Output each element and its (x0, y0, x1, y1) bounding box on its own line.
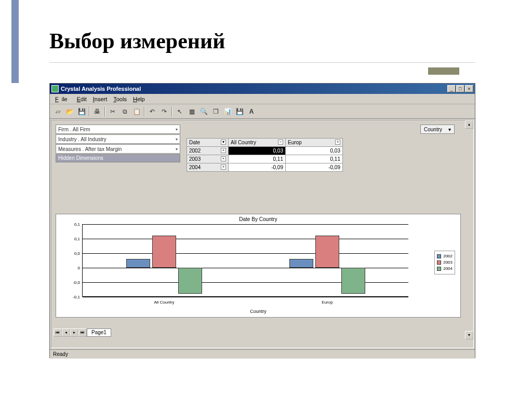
column-date[interactable]: Date▾ (187, 139, 229, 147)
table-row: 2004+ -0,09 -0,09 (187, 163, 343, 172)
close-button[interactable]: × (465, 85, 473, 92)
expand-icon[interactable]: + (221, 148, 226, 153)
first-page-button[interactable]: ⏮ (54, 328, 62, 337)
country-dimension[interactable]: Country▾ (420, 125, 455, 134)
cell-value[interactable]: 0,11 (229, 155, 286, 163)
redo-icon[interactable]: ↷ (158, 106, 170, 117)
legend-item: 2002 (437, 253, 453, 259)
row-year[interactable]: 2003+ (187, 155, 229, 163)
undo-icon[interactable]: ↶ (147, 106, 158, 117)
dimension-firm[interactable]: Firm . All Firm▾ (56, 125, 180, 134)
pointer-icon[interactable]: ↖ (174, 106, 185, 117)
chevron-down-icon[interactable]: ▾ (221, 140, 226, 145)
menubar: File Edit Insert Tools Help (50, 94, 475, 104)
cell-value[interactable]: 0,11 (286, 155, 343, 163)
slide-title: Выбор измерений (49, 29, 225, 53)
chart-title: Date By Country (56, 214, 460, 224)
statusbar: Ready (50, 349, 475, 359)
legend-label: 2002 (443, 253, 453, 259)
y-tick-label: 0 (64, 266, 80, 270)
dimension-industry[interactable]: Industry . All Industry▾ (56, 134, 180, 144)
expand-icon[interactable]: + (221, 156, 226, 161)
accent-left (11, 0, 19, 83)
x-tick-label: Europ (322, 300, 332, 305)
minimize-button[interactable]: _ (447, 85, 456, 92)
y-tick-label: 0,1 (64, 222, 80, 227)
scroll-down-icon[interactable]: ▾ (465, 331, 473, 339)
hidden-dimensions[interactable]: Hidden Dimensions (56, 154, 180, 162)
grid-icon[interactable]: ▦ (186, 106, 197, 117)
expand-icon[interactable]: + (221, 164, 226, 170)
chart-bar (126, 259, 150, 268)
save-icon[interactable]: 💾 (76, 106, 87, 117)
prev-page-button[interactable]: ◂ (62, 328, 70, 337)
page-tab[interactable]: Page1 (87, 328, 111, 337)
legend-label: 2003 (443, 259, 453, 266)
next-page-button[interactable]: ▸ (70, 328, 78, 337)
row-year[interactable]: 2004+ (187, 163, 229, 172)
expand-icon[interactable]: + (335, 140, 340, 145)
last-page-button[interactable]: ⏭ (78, 328, 87, 337)
gridline (83, 253, 408, 254)
copy-icon[interactable]: ⧉ (119, 106, 130, 117)
chart-legend: 200220032004 (434, 251, 455, 275)
new-icon[interactable]: ▱ (52, 106, 63, 117)
scroll-up-icon[interactable]: ▴ (465, 120, 473, 129)
menu-insert[interactable]: Insert (90, 95, 111, 103)
cell-value[interactable]: 0,03 (229, 147, 286, 155)
chart-bar (315, 236, 339, 268)
text-icon[interactable]: A (246, 106, 257, 117)
app-window: Crystal Analysis Professional _ □ × File… (49, 83, 475, 358)
chevron-down-icon: ▾ (176, 127, 178, 132)
dimension-measures[interactable]: Measures . After tax Margin▾ (56, 144, 180, 154)
legend-label: 2004 (443, 266, 453, 272)
menu-tools[interactable]: Tools (110, 95, 130, 103)
dimension-panel: Firm . All Firm▾ Industry . All Industry… (56, 125, 180, 162)
collapse-icon[interactable]: − (278, 140, 283, 145)
separator-icon (171, 106, 172, 117)
print-icon[interactable]: 🖶 (91, 106, 103, 117)
cell-value[interactable]: -0,09 (229, 163, 286, 172)
menu-edit[interactable]: Edit (74, 95, 90, 103)
toolbar: ▱ 📂 💾 🖶 ✂ ⧉ 📋 ↶ ↷ ↖ ▦ 🔍 ❐ 📊 💾 A (50, 104, 475, 119)
menu-help[interactable]: Help (130, 95, 148, 103)
chevron-down-icon: ▾ (176, 147, 178, 152)
workspace: ▴ ▾ Firm . All Firm▾ Industry . All Indu… (51, 120, 474, 348)
cut-icon[interactable]: ✂ (107, 106, 118, 117)
table-row: 2003+ 0,11 0,11 (187, 155, 343, 163)
y-tick-label: 0,1 (64, 237, 80, 241)
cell-value[interactable]: -0,09 (286, 163, 343, 172)
column-all-country[interactable]: All Country− (229, 139, 286, 147)
x-tick-label: All Country (154, 300, 174, 305)
chart-bar (178, 268, 202, 294)
data-grid: Country▾ Date▾ All Country− Europ+ 2002+… (187, 125, 457, 172)
row-year[interactable]: 2002+ (187, 147, 229, 155)
separator-icon (104, 106, 105, 117)
paste-icon[interactable]: 📋 (131, 106, 142, 117)
chart-xlabel: Country (250, 309, 267, 314)
accent-right (428, 67, 459, 75)
maximize-button[interactable]: □ (456, 85, 464, 92)
open-icon[interactable]: 📂 (64, 106, 75, 117)
vertical-scrollbar[interactable]: ▴ ▾ (465, 120, 473, 339)
window-icon[interactable]: ❐ (210, 106, 221, 117)
page-navigator: ⏮ ◂ ▸ ⏭ Page1 (54, 328, 111, 337)
chevron-down-icon: ▾ (176, 137, 178, 142)
disk-icon[interactable]: 💾 (234, 106, 245, 117)
chart-panel: Date By Country -0,1-0,000,00,10,1All Co… (56, 214, 461, 318)
column-europ[interactable]: Europ+ (286, 139, 343, 147)
chart-icon[interactable]: 📊 (222, 106, 233, 117)
gridline (83, 239, 408, 239)
zoom-icon[interactable]: 🔍 (198, 106, 209, 117)
window-title: Crystal Analysis Professional (61, 86, 447, 92)
table-row: 2002+ 0,03 0,03 (187, 147, 343, 155)
gridline (83, 224, 408, 225)
separator-icon (89, 106, 90, 117)
legend-item: 2003 (437, 259, 453, 266)
chart-bar (152, 236, 176, 268)
cell-value[interactable]: 0,03 (286, 147, 343, 155)
separator-icon (144, 106, 145, 117)
y-tick-label: -0,0 (64, 280, 80, 285)
menu-file[interactable]: File (52, 95, 74, 103)
title-underline (49, 62, 475, 63)
